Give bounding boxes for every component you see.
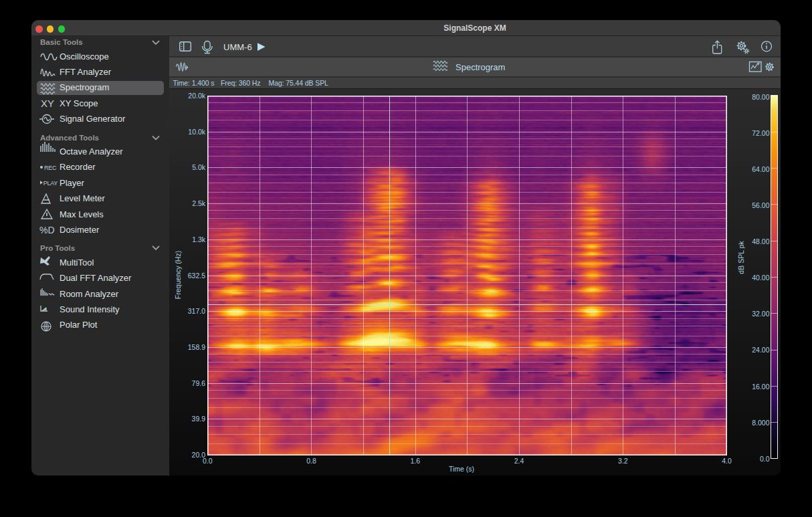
svg-text:PLAY: PLAY [43,180,58,187]
svg-text:REC: REC [44,165,57,171]
svg-text:XY: XY [41,98,54,109]
svg-text:%D: %D [39,225,55,235]
